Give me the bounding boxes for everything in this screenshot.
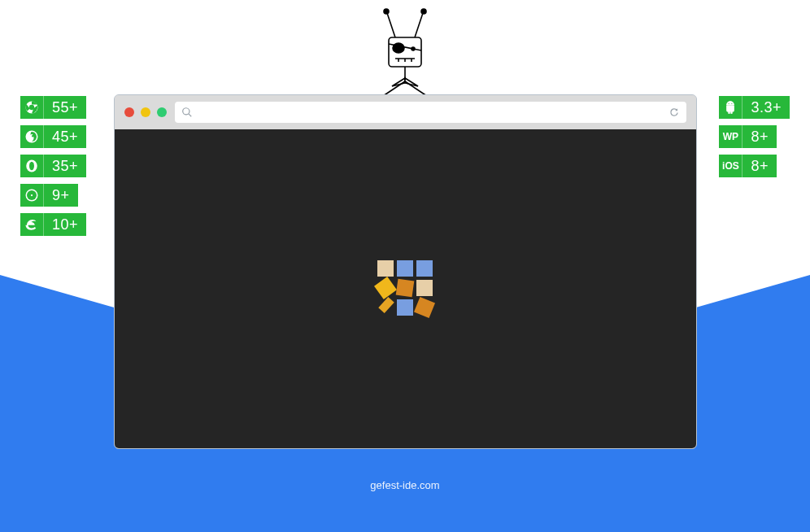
- badge-value: 10+: [44, 213, 86, 236]
- badge-value: 55+: [44, 96, 86, 119]
- svg-line-1: [415, 13, 423, 37]
- loading-tiles-icon: [377, 260, 434, 317]
- badge-value: 3.3+: [742, 96, 790, 119]
- browser-viewport: [115, 129, 696, 448]
- browser-support-list: 55+ 45+ 35+ 9+: [20, 96, 86, 236]
- badge-ios: iOS 8+: [719, 155, 777, 177]
- badge-value: 35+: [44, 155, 86, 177]
- svg-point-6: [393, 43, 404, 53]
- window-min-dot[interactable]: [141, 107, 150, 117]
- svg-point-18: [31, 194, 33, 196]
- browser-titlebar: [115, 95, 696, 129]
- footer-url[interactable]: gefest-ide.com: [0, 479, 810, 491]
- chrome-icon: [20, 96, 43, 119]
- badge-wp: WP 8+: [719, 125, 777, 148]
- badge-value: 45+: [44, 125, 86, 148]
- ios-icon: iOS: [719, 155, 742, 177]
- badge-value: 8+: [742, 125, 777, 148]
- search-icon: [181, 107, 193, 118]
- svg-rect-4: [389, 37, 421, 67]
- svg-point-7: [412, 47, 415, 50]
- mascot-robot-icon: [356, 7, 454, 104]
- opera-icon: [20, 155, 43, 177]
- svg-point-3: [421, 9, 426, 14]
- reload-icon[interactable]: [668, 107, 680, 118]
- svg-point-2: [384, 9, 389, 14]
- browser-window: [114, 94, 697, 449]
- window-max-dot[interactable]: [157, 107, 167, 117]
- window-controls: [124, 107, 167, 117]
- android-icon: [719, 96, 742, 119]
- mobile-support-list: 3.3+ WP 8+ iOS 8+: [719, 96, 790, 177]
- firefox-icon: [20, 125, 43, 148]
- safari-icon: [20, 184, 43, 207]
- window-close-dot[interactable]: [124, 107, 134, 117]
- badge-safari: 9+: [20, 184, 78, 207]
- badge-value: 8+: [742, 155, 777, 177]
- badge-android: 3.3+: [719, 96, 790, 119]
- windows-phone-icon: WP: [719, 125, 742, 148]
- svg-point-15: [29, 162, 34, 171]
- ie-icon: [20, 213, 43, 236]
- svg-line-0: [387, 13, 395, 37]
- svg-line-5: [389, 44, 421, 50]
- svg-point-19: [729, 103, 729, 104]
- address-bar[interactable]: [175, 102, 686, 123]
- badge-ie: 10+: [20, 213, 86, 236]
- svg-point-20: [732, 103, 733, 104]
- badge-firefox: 45+: [20, 125, 86, 148]
- badge-value: 9+: [44, 184, 78, 207]
- badge-chrome: 55+: [20, 96, 86, 119]
- badge-opera: 35+: [20, 155, 86, 177]
